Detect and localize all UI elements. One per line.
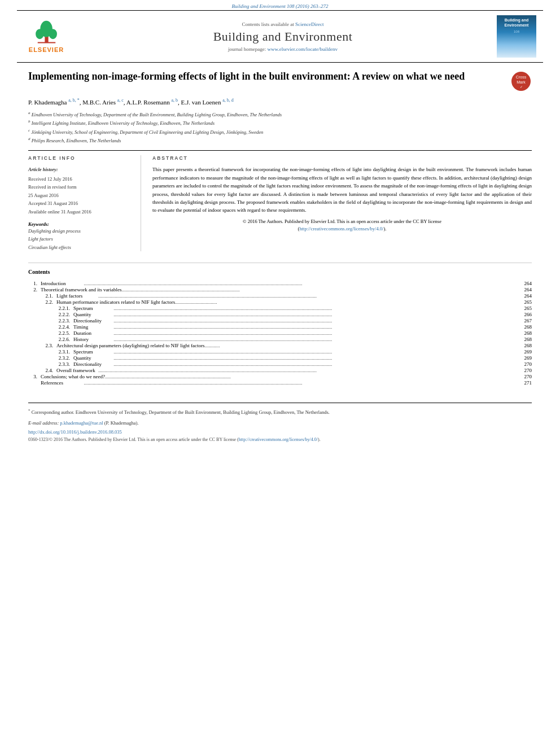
history-label: Article history: — [28, 165, 133, 173]
contents-title: Contents — [28, 269, 532, 275]
paper-title: Implementing non-image-forming effects o… — [28, 69, 532, 84]
email-link[interactable]: p.khademagha@tue.nl — [60, 420, 103, 426]
article-info-label: Article Info — [28, 155, 133, 161]
affiliation-d: d Philips Research, Eindhoven, The Nethe… — [28, 136, 532, 145]
cc-license-link[interactable]: http://creativecommons.org/licenses/by/4… — [299, 226, 383, 231]
toc-item-2.3.2: 2.3.2. Quantity ........................… — [28, 355, 532, 361]
footer-doi: http://dx.doi.org/10.1016/j.buildenv.201… — [28, 429, 532, 435]
footer-corresponding: * Corresponding author. Eindhoven Univer… — [28, 408, 532, 416]
cover-text: Building andEnvironment 108 — [497, 15, 536, 37]
footer-email: E-mail address: p.khademagha@tue.nl (P. … — [28, 420, 532, 426]
main-content: Cross Mark ✓ Implementing non-image-form… — [28, 63, 532, 442]
toc-item-references: References .............................… — [28, 380, 532, 386]
toc-item-2.3.3: 2.3.3. Directionality ..................… — [28, 361, 532, 367]
article-history: Article history: Received 12 July 2016 R… — [28, 165, 133, 216]
toc-item-2.2.5: 2.2.5. Duration ........................… — [28, 330, 532, 336]
copyright-line: © 2016 The Authors. Published by Elsevie… — [152, 218, 532, 233]
elsevier-text: ELSEVIER — [29, 46, 64, 53]
received-revised-label: Received in revised form — [28, 184, 77, 190]
toc-item-3: 3. Conclusions; what do we need? .......… — [28, 374, 532, 379]
toc-item-2.2: 2.2. Human performance indicators relate… — [28, 299, 532, 305]
toc-item-2.2.2: 2.2.2. Quantity ........................… — [28, 312, 532, 317]
article-info-column: Article Info Article history: Received 1… — [28, 155, 141, 251]
affiliation-b: b Intelligent Lighting Institute, Eindho… — [28, 119, 532, 127]
two-column-section: Article Info Article history: Received 1… — [28, 150, 532, 251]
elsevier-logo: ELSEVIER — [24, 20, 69, 53]
toc-item-2.2.6: 2.2.6. History .........................… — [28, 337, 532, 342]
title-section: Cross Mark ✓ Implementing non-image-form… — [28, 69, 532, 93]
homepage-link[interactable]: www.elsevier.com/locate/buildenv — [268, 46, 338, 52]
doi-link[interactable]: http://dx.doi.org/10.1016/j.buildenv.201… — [28, 429, 122, 435]
affiliation-c: c Jönköping University, School of Engine… — [28, 128, 532, 136]
received-date: Received 12 July 2016 — [28, 176, 72, 182]
toc-item-2.1: 2.1. Light factors .....................… — [28, 293, 532, 299]
abstract-text: This paper presents a theoretical framew… — [152, 165, 532, 233]
toc-item-2.2.3: 2.2.3. Directionality ..................… — [28, 318, 532, 324]
authors-line: P. Khademagha a, b, *, M.B.C. Aries a, c… — [28, 98, 532, 106]
svg-text:Mark: Mark — [517, 80, 526, 84]
journal-title-center: Contents lists available at ScienceDirec… — [75, 21, 491, 52]
revised-date: 25 August 2016 — [28, 193, 59, 198]
crossmark-badge[interactable]: Cross Mark ✓ — [510, 71, 532, 93]
keyword-2: Light factors — [28, 235, 133, 243]
sciencedirect-link[interactable]: ScienceDirect — [295, 21, 323, 27]
abstract-label: Abstract — [152, 155, 532, 161]
elsevier-tree-icon — [31, 20, 62, 45]
keyword-1: Daylighting design process — [28, 227, 133, 235]
toc-list: 1. Introduction ........................… — [28, 281, 532, 386]
abstract-column: Abstract This paper presents a theoretic… — [152, 155, 532, 251]
available-date: Available online 31 August 2016 — [28, 209, 91, 215]
journal-main-title: Building and Environment — [75, 29, 491, 44]
journal-banner: ELSEVIER Contents lists available at Sci… — [17, 10, 543, 63]
toc-item-2.4: 2.4. Overall framework .................… — [28, 368, 532, 373]
keyword-3: Circadian light effects — [28, 243, 133, 251]
footer-section: * Corresponding author. Eindhoven Univer… — [28, 403, 532, 442]
journal-header-top: Building and Environment 108 (2016) 263–… — [0, 0, 560, 10]
contents-available: Contents lists available at ScienceDirec… — [75, 21, 491, 27]
toc-item-2.2.1: 2.2.1. Spectrum ........................… — [28, 305, 532, 311]
svg-point-3 — [49, 29, 56, 39]
affiliation-a: a Eindhoven University of Technology, De… — [28, 110, 532, 119]
toc-item-2.3.1: 2.3.1. Spectrum ........................… — [28, 349, 532, 355]
journal-cover-image: Building andEnvironment 108 — [497, 15, 536, 58]
contents-section: Contents 1. Introduction ...............… — [28, 263, 532, 386]
footer-license: 0360-1323/© 2016 The Authors. Published … — [28, 437, 532, 442]
svg-text:✓: ✓ — [520, 85, 523, 89]
keywords-label: Keywords: — [28, 221, 133, 227]
svg-point-2 — [36, 29, 43, 39]
keyword-list: Daylighting design process Light factors… — [28, 227, 133, 251]
journal-homepage: journal homepage: www.elsevier.com/locat… — [75, 46, 491, 52]
citation: Building and Environment 108 (2016) 263–… — [0, 0, 560, 10]
toc-item-2.2.4: 2.2.4. Timing ..........................… — [28, 324, 532, 330]
toc-item-1: 1. Introduction ........................… — [28, 281, 532, 286]
footer-license-link[interactable]: http://creativecommons.org/licenses/by/4… — [239, 437, 318, 442]
accepted-date: Accepted 31 August 2016 — [28, 200, 78, 206]
svg-text:Cross: Cross — [516, 75, 527, 79]
affiliations: a Eindhoven University of Technology, De… — [28, 110, 532, 145]
toc-item-2: 2. Theoretical framework and its variabl… — [28, 287, 532, 292]
toc-item-2.3: 2.3. Architectural design parameters (da… — [28, 343, 532, 348]
